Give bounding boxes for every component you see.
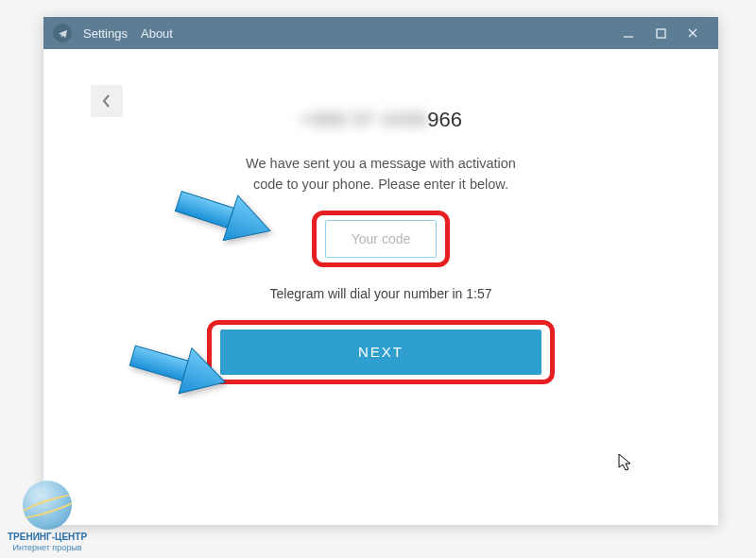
app-window: Settings About +998 97 4499966 We have s… [43,17,718,525]
menu-about[interactable]: About [141,26,173,41]
watermark-logo: ТРЕНИНГ-ЦЕНТР Интернет прорыв [8,481,87,552]
dial-countdown: Telegram will dial your number in 1:57 [201,286,560,301]
activation-message: We have sent you a message with activati… [201,153,560,195]
code-input[interactable] [325,220,437,258]
close-button[interactable] [677,17,709,49]
telegram-icon [53,24,72,42]
next-button[interactable]: NEXT [220,330,541,375]
back-button[interactable] [91,85,123,117]
minimize-button[interactable] [612,17,644,49]
menu-settings[interactable]: Settings [83,26,128,41]
content-area: +998 97 4499966 We have sent you a messa… [43,49,718,525]
maximize-button[interactable] [644,17,677,49]
titlebar: Settings About [43,17,718,49]
phone-number: +998 97 4499966 [201,108,560,132]
svg-rect-1 [657,29,665,38]
